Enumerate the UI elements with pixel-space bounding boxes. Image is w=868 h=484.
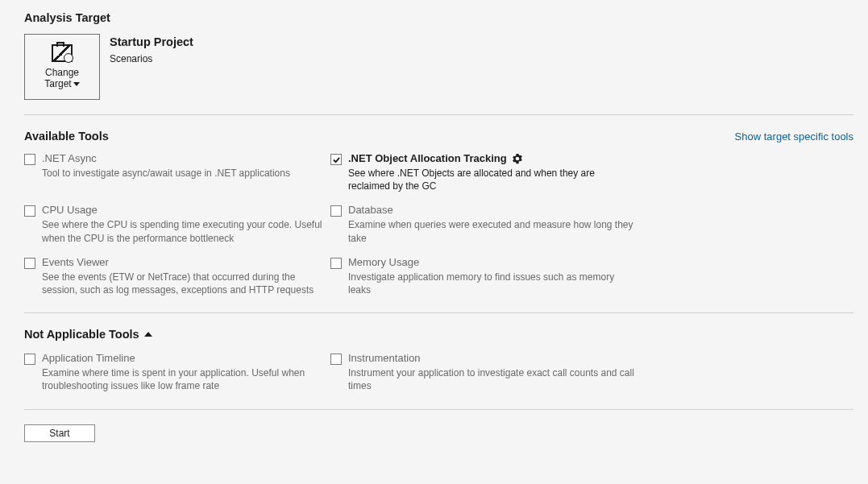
change-target-label-line2: Target <box>44 78 79 89</box>
tool-title: Memory Usage <box>348 256 419 268</box>
separator <box>24 114 853 115</box>
tool-net-async: .NET Async Tool to investigate async/awa… <box>24 152 330 192</box>
not-applicable-grid: Application Timeline Examine where time … <box>24 352 853 392</box>
analysis-target-section: Analysis Target Change Target Startup Pr… <box>24 11 853 100</box>
checkbox-net-async[interactable] <box>24 154 35 165</box>
separator <box>24 312 853 313</box>
checkbox-events-viewer[interactable] <box>24 258 35 269</box>
tool-memory-usage: Memory Usage Investigate application mem… <box>330 256 653 296</box>
available-tools-section: Available Tools Show target specific too… <box>24 130 853 296</box>
change-target-icon <box>52 44 73 62</box>
tool-desc: Examine where time is spent in your appl… <box>42 366 330 392</box>
checkbox-database[interactable] <box>330 205 342 217</box>
show-target-specific-link[interactable]: Show target specific tools <box>735 130 853 143</box>
tool-net-obj-alloc: .NET Object Allocation Tracking See wher… <box>330 152 653 192</box>
available-tools-grid: .NET Async Tool to investigate async/awa… <box>24 152 853 296</box>
tool-title: CPU Usage <box>42 204 98 216</box>
not-applicable-header[interactable]: Not Applicable Tools <box>24 328 853 341</box>
tool-desc: See the events (ETW or NetTrace) that oc… <box>42 271 330 296</box>
target-project-sub: Scenarios <box>110 53 193 64</box>
gear-icon[interactable] <box>512 153 523 164</box>
tool-title: .NET Object Allocation Tracking <box>348 152 507 164</box>
checkbox-instrumentation[interactable] <box>330 354 342 365</box>
tool-cpu-usage: CPU Usage See where the CPU is spending … <box>24 204 330 244</box>
chevron-up-icon <box>144 332 152 337</box>
tool-title: .NET Async <box>42 152 97 164</box>
target-info: Startup Project Scenarios <box>110 34 193 64</box>
tool-desc: Examine when queries were executed and m… <box>348 218 638 244</box>
tool-app-timeline: Application Timeline Examine where time … <box>24 352 330 392</box>
not-applicable-section: Not Applicable Tools Application Timelin… <box>24 328 853 392</box>
checkbox-memory-usage[interactable] <box>330 258 342 269</box>
chevron-down-icon <box>73 82 80 86</box>
checkbox-net-obj-alloc[interactable] <box>330 154 342 165</box>
footer: Start <box>24 424 853 442</box>
checkbox-app-timeline[interactable] <box>24 354 35 365</box>
change-target-button[interactable]: Change Target <box>24 34 100 100</box>
start-button[interactable]: Start <box>24 424 95 442</box>
tool-events-viewer: Events Viewer See the events (ETW or Net… <box>24 256 330 296</box>
tool-desc: Tool to investigate async/await usage in… <box>42 167 290 180</box>
tool-desc: See where the CPU is spending time execu… <box>42 218 330 244</box>
tool-instrumentation: Instrumentation Instrument your applicat… <box>330 352 653 392</box>
target-project-title: Startup Project <box>110 35 193 48</box>
tool-title: Events Viewer <box>42 256 109 268</box>
tool-desc: Instrument your application to investiga… <box>348 366 638 392</box>
tool-desc: Investigate application memory to find i… <box>348 271 638 296</box>
tool-title: Database <box>348 204 393 216</box>
tool-desc: See where .NET Objects are allocated and… <box>348 167 638 192</box>
checkbox-cpu-usage[interactable] <box>24 205 35 217</box>
change-target-label: Change <box>45 67 79 78</box>
tool-database: Database Examine when queries were execu… <box>330 204 653 244</box>
tool-title: Application Timeline <box>42 352 135 364</box>
tool-title: Instrumentation <box>348 352 421 364</box>
available-tools-header: Available Tools <box>24 130 109 143</box>
separator <box>24 409 853 410</box>
analysis-target-header: Analysis Target <box>24 11 853 24</box>
